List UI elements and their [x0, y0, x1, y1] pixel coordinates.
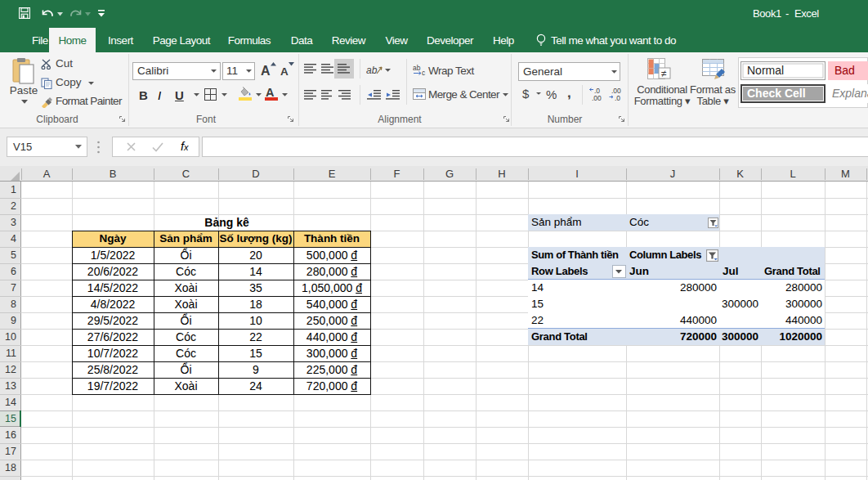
svg-text:≠: ≠: [661, 68, 667, 79]
svg-text:.0: .0: [615, 94, 620, 102]
svg-text:c: c: [422, 69, 426, 75]
svg-text:ab: ab: [366, 65, 378, 76]
svg-text:ab: ab: [413, 65, 421, 72]
svg-text:.00: .00: [592, 94, 602, 102]
